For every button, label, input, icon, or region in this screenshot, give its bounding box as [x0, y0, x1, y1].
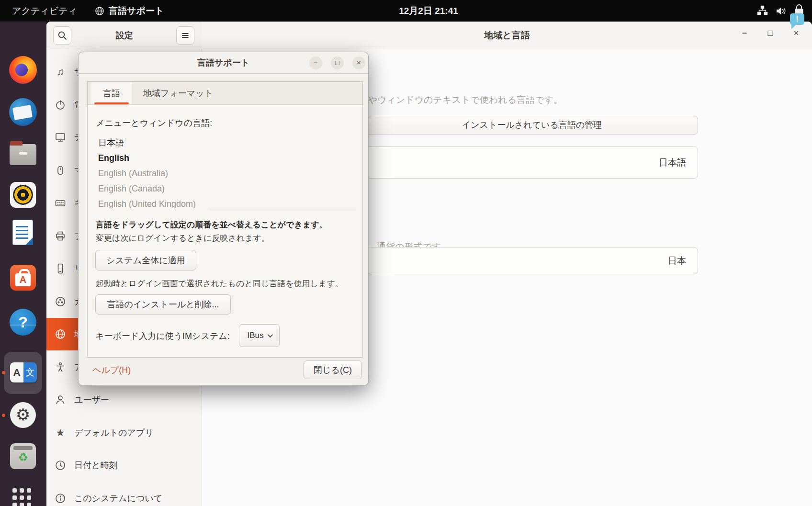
running-indicator: [2, 414, 5, 417]
printer-icon: [53, 230, 68, 242]
menu-button[interactable]: [176, 26, 194, 45]
language-row[interactable]: 日本語: [366, 146, 698, 179]
help-icon[interactable]: ?: [10, 309, 36, 336]
color-icon: [53, 295, 68, 308]
language-list-item[interactable]: English (Australia): [88, 166, 363, 181]
dialog-maximize-button[interactable]: □: [331, 56, 344, 69]
network-wired-icon: [756, 5, 768, 16]
ubuntu-software-icon[interactable]: A: [10, 265, 36, 291]
rhythmbox-icon[interactable]: [10, 182, 36, 208]
menu-language-label: メニューとウィンドウの言語:: [96, 117, 212, 129]
formats-row-value: 日本: [668, 247, 686, 274]
install-remove-languages-button[interactable]: 言語のインストールと削除...: [95, 294, 231, 315]
formats-row[interactable]: 日本: [366, 247, 698, 274]
sidebar-item-users[interactable]: ユーザー: [46, 383, 202, 416]
reorder-hint: 言語をドラッグして設定の順番を並べ替えることができます。: [96, 219, 327, 230]
language-support-icon[interactable]: A 文: [10, 362, 37, 382]
default-apps-icon: ★: [53, 427, 68, 439]
list-separator: [207, 208, 356, 208]
running-indicator: [2, 371, 5, 374]
top-bar: アクティビティ 言語サポート 12月2日 21:41 !: [0, 0, 812, 22]
dialog-title: 言語サポート: [79, 52, 368, 74]
clock[interactable]: 12月2日 21:41: [378, 0, 479, 22]
window-maximize-button[interactable]: □: [764, 28, 777, 42]
tab-language[interactable]: 言語: [91, 82, 132, 104]
sidebar-item-about[interactable]: このシステムについて: [46, 482, 202, 506]
dialog-notebook: 言語 地域フォーマット メニューとウィンドウの言語: 日本語 English E…: [87, 81, 363, 358]
files-icon[interactable]: [10, 144, 36, 165]
activities-button[interactable]: アクティビティ: [12, 0, 77, 22]
window-minimize-button[interactable]: −: [738, 28, 751, 42]
power-icon: [53, 99, 68, 111]
language-list-item[interactable]: English (United Kingdom): [88, 196, 363, 208]
manage-installed-languages-button[interactable]: インストールされている言語の管理: [366, 116, 698, 135]
sidebar-header: 設定: [46, 22, 202, 49]
hamburger-icon: [180, 31, 190, 40]
main-header: 地域と言語: [202, 22, 812, 49]
datetime-icon: [53, 459, 68, 472]
dock-separator: [10, 325, 36, 326]
language-list-item[interactable]: English: [88, 150, 363, 166]
help-link[interactable]: ヘルプ(H): [92, 364, 131, 376]
dialog-close-icon-button[interactable]: ×: [352, 56, 365, 69]
im-system-dropdown[interactable]: IBus: [239, 324, 280, 347]
dialog-minimize-button[interactable]: −: [309, 56, 322, 69]
app-indicator-language-support[interactable]: 言語サポート: [95, 0, 164, 22]
sidebar-item-datetime[interactable]: 日付と時刻: [46, 449, 202, 482]
apply-system-wide-button[interactable]: システム全体に適用: [95, 250, 196, 270]
volume-icon: [776, 6, 787, 16]
language-list-item[interactable]: 日本語: [88, 135, 363, 150]
globe-icon: [95, 6, 104, 16]
window-close-button[interactable]: ×: [790, 28, 802, 42]
language-section-description: ジやウィンドウのテキストで使われる言語です。: [359, 94, 563, 106]
lang-a-glyph: A: [10, 362, 23, 382]
active-tab-underline: [94, 102, 129, 104]
firefox-icon[interactable]: [9, 56, 37, 84]
recycle-glyph: ♻: [10, 451, 36, 464]
mouse-icon: [53, 164, 68, 177]
libreoffice-writer-icon[interactable]: [12, 220, 33, 245]
software-bag-glyph: A: [15, 273, 31, 286]
keyboard-icon: [53, 197, 68, 209]
language-list-item[interactable]: English (Canada): [88, 181, 363, 196]
accessibility-icon: [53, 361, 68, 373]
removable-media-icon: [53, 262, 68, 275]
close-button[interactable]: 閉じる(C): [304, 360, 362, 379]
desktop: アクティビティ 言語サポート 12月2日 21:41 !: [0, 0, 812, 506]
tab-regional-formats[interactable]: 地域フォーマット: [132, 82, 225, 104]
dialog-titlebar[interactable]: 言語サポート − □ ×: [79, 52, 368, 74]
thunderbird-icon[interactable]: [9, 98, 37, 126]
im-system-label: キーボード入力に使うIMシステム:: [95, 330, 230, 342]
chevron-down-icon: [267, 332, 272, 337]
app-grid-icon[interactable]: [12, 488, 34, 506]
region-language-icon: [53, 328, 68, 340]
users-icon: [53, 394, 68, 406]
language-support-dialog: 言語サポート − □ × 言語 地域フォーマット メニューとウィンドウの言語: …: [78, 52, 369, 386]
dialog-tabs: 言語 地域フォーマット: [88, 82, 362, 105]
login-hint: 変更は次にログインするときに反映されます。: [96, 233, 270, 244]
apply-hint: 起動時とログイン画面で選択されたものと同じ言語を使用します。: [96, 278, 343, 289]
page-title: 地域と言語: [484, 29, 530, 42]
app-indicator-label: 言語サポート: [109, 5, 164, 17]
status-area[interactable]: !: [756, 0, 805, 22]
language-list: 日本語 English English (Australia) English …: [88, 135, 363, 208]
language-row-value: 日本語: [659, 147, 686, 178]
sound-icon: ♫: [53, 66, 68, 78]
about-icon: [53, 492, 68, 505]
lock-icon: !: [794, 4, 805, 18]
displays-icon: [53, 131, 68, 144]
dock: A ? A 文 ⚙ ♻: [0, 22, 46, 506]
sidebar-item-default-apps[interactable]: ★ デフォルトのアプリ: [46, 416, 202, 449]
notification-badge[interactable]: !: [790, 13, 804, 25]
trash-icon[interactable]: ♻: [10, 443, 36, 469]
lang-bun-glyph: 文: [23, 362, 37, 382]
settings-icon[interactable]: ⚙: [10, 402, 36, 428]
